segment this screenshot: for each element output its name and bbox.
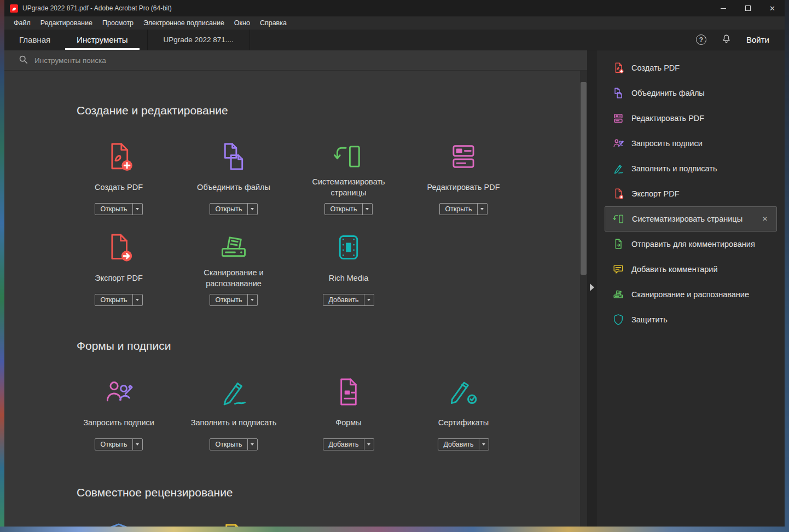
open-button[interactable]: Открыть [210, 203, 257, 215]
vertical-scrollbar[interactable] [580, 71, 587, 527]
dropdown-arrow-icon[interactable] [479, 439, 489, 450]
scan-ocr-icon [612, 288, 624, 300]
dropdown-arrow-icon[interactable] [247, 204, 257, 215]
organize-pages-icon[interactable] [333, 141, 364, 176]
tool-label: Формы [332, 411, 365, 435]
open-button[interactable]: Открыть [210, 294, 257, 306]
add-button[interactable]: Добавить [323, 438, 374, 450]
search-input[interactable] [34, 56, 253, 65]
sidebar-item-fill-sign[interactable]: Заполнить и подписать [597, 156, 785, 181]
request-signatures-icon[interactable] [103, 376, 135, 411]
sidebar-item-label: Редактировать PDF [631, 114, 704, 123]
sidebar-item-protect[interactable]: Защитить [597, 307, 785, 332]
export-pdf-icon[interactable] [103, 232, 135, 267]
menu-edit[interactable]: Редактирование [36, 16, 97, 30]
combine-files-icon[interactable] [218, 141, 250, 176]
dropdown-arrow-icon[interactable] [132, 204, 142, 215]
partial-tool-3[interactable] [291, 522, 406, 527]
expand-panel-arrow-icon[interactable] [590, 284, 594, 291]
dropdown-arrow-icon[interactable] [247, 294, 257, 305]
sidebar-item-label: Запросить подписи [631, 139, 703, 148]
partial-comment-icon[interactable] [333, 522, 364, 527]
edit-pdf-icon [612, 112, 624, 124]
close-button[interactable]: ✕ [760, 0, 785, 16]
sidebar-item-edit-pdf[interactable]: Редактировать PDF [597, 106, 785, 131]
search-icon [19, 55, 28, 66]
menu-window[interactable]: Окно [229, 16, 255, 30]
dropdown-arrow-icon[interactable] [364, 294, 374, 305]
menu-view[interactable]: Просмотр [97, 16, 138, 30]
menu-file[interactable]: Файл [9, 16, 36, 30]
tab-home[interactable]: Главная [8, 30, 62, 50]
panel-collapse-rail [587, 50, 597, 527]
tabbar-right-actions: ? Войти [696, 30, 785, 50]
rich-media-icon[interactable] [333, 232, 364, 267]
organize-pages-icon [613, 213, 625, 225]
tools-sidebar: Создать PDF Объединить файлы Редактирова… [597, 50, 785, 527]
partial-document-icon[interactable] [218, 522, 250, 527]
certificates-icon[interactable] [448, 376, 479, 411]
open-button[interactable]: Открыть [439, 203, 487, 215]
sidebar-item-request-signatures[interactable]: Запросить подписи [597, 131, 785, 156]
sidebar-item-send-for-comments[interactable]: Отправить для комментирования [597, 232, 785, 257]
tool-card-export-pdf: Экспорт PDF Открыть [61, 232, 176, 322]
sidebar-item-label: Объединить файлы [631, 89, 705, 97]
tool-card-create-pdf: Создать PDF Открыть [61, 141, 176, 232]
partial-tool-4[interactable] [406, 522, 521, 527]
forms-icon[interactable] [333, 376, 364, 411]
create-pdf-icon[interactable] [103, 141, 135, 176]
sidebar-item-add-comment[interactable]: Добавить комментарий [597, 257, 785, 282]
open-button[interactable]: Открыть [210, 438, 257, 450]
tab-bar: Главная Инструменты UPgrade 2022 871....… [4, 30, 785, 50]
sidebar-item-scan-ocr[interactable]: Сканирование и распознавание [597, 282, 785, 307]
dropdown-arrow-icon[interactable] [364, 439, 374, 450]
sidebar-item-organize-pages[interactable]: Систематизировать страницы ✕ [605, 206, 777, 232]
sidebar-item-create-pdf[interactable]: Создать PDF [597, 55, 785, 80]
tab-document[interactable]: UPgrade 2022 871.... [147, 30, 250, 50]
minimize-button[interactable] [711, 0, 735, 16]
dropdown-arrow-icon[interactable] [132, 439, 142, 450]
maximize-button[interactable] [735, 0, 760, 16]
tool-card-request-signatures: Запросить подписи Открыть [61, 376, 176, 467]
sidebar-item-label: Отправить для комментирования [631, 240, 755, 248]
tool-card-edit-pdf: Редактировать PDF Открыть [406, 141, 521, 232]
tab-tools[interactable]: Инструменты [65, 30, 140, 50]
tools-scroll-area: Создание и редактирование Создать PDF От… [4, 71, 587, 527]
notifications-bell-icon[interactable] [721, 33, 732, 46]
partial-tool-1[interactable] [61, 522, 176, 527]
sidebar-item-export-pdf[interactable]: Экспорт PDF [597, 181, 785, 206]
partial-tool-2[interactable] [176, 522, 291, 527]
minimize-icon [721, 8, 726, 9]
dropdown-arrow-icon[interactable] [362, 204, 372, 215]
tools-grid-create-edit: Создать PDF Открыть Объединить файлы Отк… [61, 141, 587, 322]
sidebar-item-combine-files[interactable]: Объединить файлы [597, 80, 785, 106]
menu-help[interactable]: Справка [255, 16, 292, 30]
menu-esign[interactable]: Электронное подписание [138, 16, 229, 30]
open-button[interactable]: Открыть [95, 203, 142, 215]
scrollbar-thumb[interactable] [581, 82, 587, 275]
sidebar-item-label: Защитить [631, 315, 668, 324]
help-icon[interactable]: ? [696, 34, 706, 45]
open-button[interactable]: Открыть [95, 294, 142, 306]
dropdown-arrow-icon[interactable] [132, 294, 142, 305]
partial-shield-icon[interactable] [103, 522, 135, 527]
open-button[interactable]: Открыть [324, 203, 372, 215]
dropdown-arrow-icon[interactable] [477, 204, 487, 215]
tool-label: Экспорт PDF [91, 267, 146, 291]
add-button[interactable]: Добавить [438, 438, 489, 450]
tool-label: Заполнить и подписать [188, 411, 280, 435]
scan-ocr-icon[interactable] [218, 232, 250, 267]
dropdown-arrow-icon[interactable] [247, 439, 257, 450]
partial-compare-icon[interactable] [448, 522, 479, 527]
close-panel-icon[interactable]: ✕ [760, 214, 770, 224]
add-button[interactable]: Добавить [323, 294, 374, 306]
open-button[interactable]: Открыть [95, 438, 142, 450]
sidebar-item-label: Создать PDF [631, 63, 680, 72]
tools-search-bar [4, 50, 587, 71]
title-bar[interactable]: UPgrade 2022 871.pdf - Adobe Acrobat Pro… [4, 0, 785, 16]
sign-in-button[interactable]: Войти [746, 35, 769, 44]
tools-grid-forms-signatures: Запросить подписи Открыть Заполнить и по… [61, 376, 587, 467]
fill-sign-icon[interactable] [218, 376, 250, 411]
edit-pdf-icon[interactable] [448, 141, 479, 176]
tool-label: Редактировать PDF [423, 176, 503, 200]
